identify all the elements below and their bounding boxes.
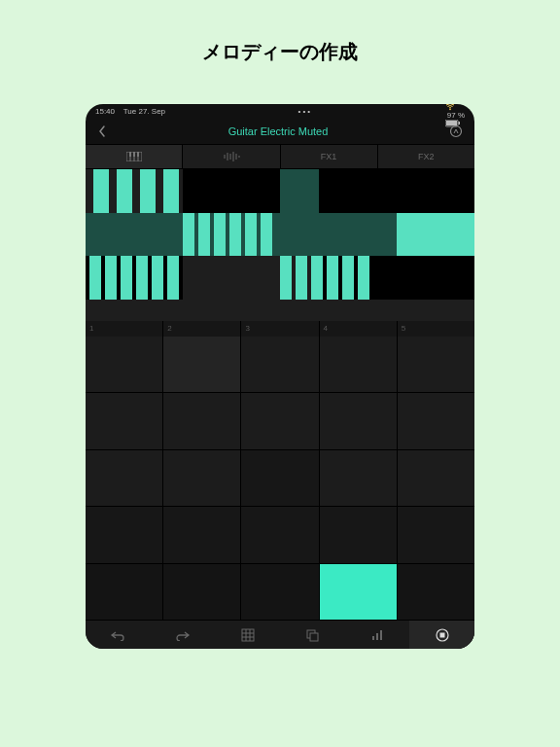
svg-point-4 [450, 125, 461, 136]
undo-icon [110, 629, 125, 641]
redo-icon [175, 629, 191, 641]
keyboard-icon [126, 152, 142, 161]
grid-cell[interactable] [320, 450, 397, 506]
device-frame: 15:40 Tue 27. Sep ••• 97 % Guitar Electr… [86, 104, 474, 649]
grid-cell[interactable] [86, 393, 162, 448]
grid-cell[interactable] [241, 337, 318, 392]
col-num-1: 1 [86, 321, 163, 337]
status-date: Tue 27. Sep [123, 107, 165, 116]
tab-fx2[interactable]: FX2 [378, 145, 474, 168]
col-num-3: 3 [241, 321, 319, 337]
bars-icon [370, 628, 384, 642]
grid-cell[interactable] [86, 564, 162, 620]
grid-cell[interactable] [163, 564, 240, 620]
grid-cell[interactable] [398, 564, 474, 620]
grid-button[interactable] [215, 621, 280, 649]
copy-button[interactable] [280, 621, 345, 649]
page-title: メロディーの作成 [202, 39, 358, 65]
step-grid[interactable] [86, 337, 474, 620]
wifi-icon [445, 104, 465, 111]
tab-keyboard[interactable] [86, 145, 183, 168]
grid-cell[interactable] [241, 507, 318, 562]
svg-rect-11 [137, 152, 139, 157]
grid-cell[interactable] [163, 337, 240, 392]
svg-rect-25 [372, 636, 374, 640]
grid-cell[interactable] [320, 337, 397, 392]
bottom-toolbar [86, 620, 474, 649]
pattern-row-3 [86, 256, 474, 300]
svg-rect-26 [376, 633, 378, 640]
tab-row: FX1 FX2 [86, 145, 474, 169]
svg-rect-18 [242, 629, 254, 641]
redo-button[interactable] [151, 621, 216, 649]
pattern-view[interactable] [86, 169, 474, 321]
grid-cell[interactable] [320, 507, 397, 562]
grid-cell[interactable] [241, 564, 318, 620]
nav-bar: Guitar Electric Muted [86, 118, 474, 145]
pattern-row-4 [86, 300, 474, 321]
grid-cell[interactable] [163, 393, 240, 448]
pattern-row-2 [86, 213, 474, 257]
stop-icon [436, 628, 449, 642]
grid-cell[interactable] [86, 450, 162, 506]
svg-rect-27 [380, 630, 382, 640]
pattern-row-1 [86, 169, 474, 213]
tab-waveform[interactable] [183, 145, 280, 168]
grid-cell[interactable] [320, 393, 397, 448]
status-time: 15:40 [95, 107, 115, 116]
status-left: 15:40 Tue 27. Sep [95, 107, 165, 116]
grid-cell[interactable] [163, 450, 240, 506]
grid-cell[interactable] [86, 337, 162, 392]
grid-cell-active[interactable] [320, 564, 397, 620]
col-num-2: 2 [163, 321, 241, 337]
status-center: ••• [165, 107, 444, 116]
svg-rect-10 [133, 152, 135, 157]
grid-cell[interactable] [163, 507, 240, 562]
col-num-4: 4 [320, 321, 398, 337]
grid-cell[interactable] [241, 450, 318, 506]
grid-cell[interactable] [398, 393, 474, 448]
grid-cell[interactable] [86, 507, 162, 562]
instrument-title: Guitar Electric Muted [228, 125, 329, 137]
tab-fx1[interactable]: FX1 [281, 145, 378, 168]
grid-cell[interactable] [241, 393, 318, 448]
copy-icon [305, 628, 319, 642]
tempo-button[interactable] [449, 124, 463, 138]
svg-rect-29 [439, 632, 444, 637]
col-num-5: 5 [398, 321, 474, 337]
back-button[interactable] [97, 124, 107, 138]
svg-rect-24 [310, 633, 318, 641]
bars-button[interactable] [345, 621, 410, 649]
grid-cell[interactable] [398, 450, 474, 506]
grid-cell[interactable] [398, 507, 474, 562]
status-bar: 15:40 Tue 27. Sep ••• 97 % [86, 104, 474, 118]
svg-rect-9 [129, 152, 131, 157]
stop-button[interactable] [409, 621, 474, 649]
undo-button[interactable] [86, 621, 151, 649]
waveform-icon [223, 152, 240, 161]
grid-cell[interactable] [398, 337, 474, 392]
grid-icon [241, 628, 255, 642]
column-numbers: 1 2 3 4 5 [86, 321, 474, 337]
